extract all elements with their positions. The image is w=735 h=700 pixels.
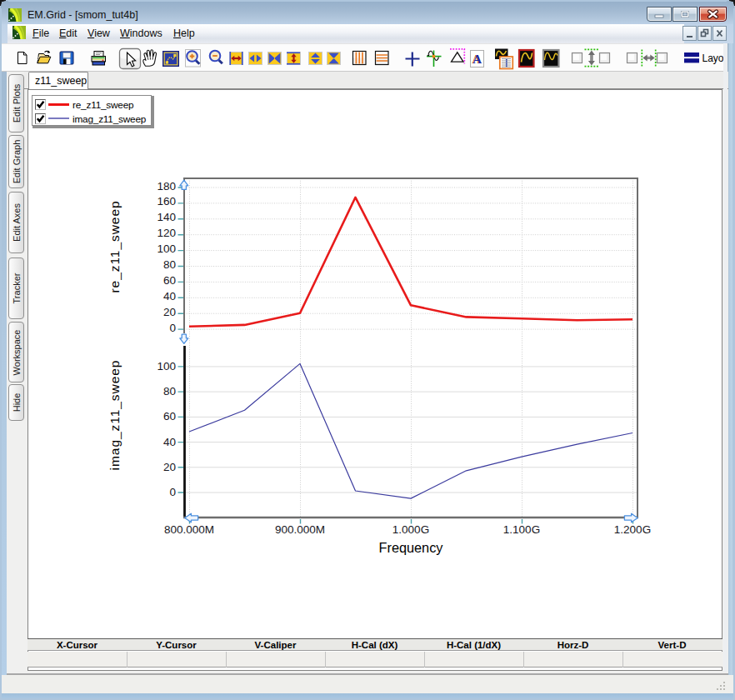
svg-text:1.100G: 1.100G [503,523,540,536]
svg-text:100: 100 [157,242,176,255]
svg-text:0: 0 [169,486,176,498]
svg-text:1.000G: 1.000G [392,523,429,536]
svg-text:Frequency: Frequency [379,540,444,555]
svg-text:imag_z11_sweep: imag_z11_sweep [108,360,122,471]
svg-text:160: 160 [157,195,176,208]
svg-text:180: 180 [157,180,176,192]
svg-text:60: 60 [163,274,176,287]
svg-text:140: 140 [157,211,176,223]
svg-text:40: 40 [163,436,176,448]
svg-text:20: 20 [163,306,176,318]
svg-text:1.200G: 1.200G [614,523,651,536]
svg-text:80: 80 [163,258,176,271]
svg-text:0: 0 [169,322,176,334]
svg-text:120: 120 [157,227,176,239]
svg-text:100: 100 [157,360,176,372]
svg-text:900.000M: 900.000M [275,523,325,536]
svg-text:re_z11_sweep: re_z11_sweep [108,200,122,292]
svg-text:40: 40 [163,290,176,302]
svg-text:60: 60 [163,410,176,422]
svg-text:800.000M: 800.000M [164,523,214,536]
svg-text:20: 20 [163,461,176,473]
svg-text:80: 80 [163,385,176,398]
